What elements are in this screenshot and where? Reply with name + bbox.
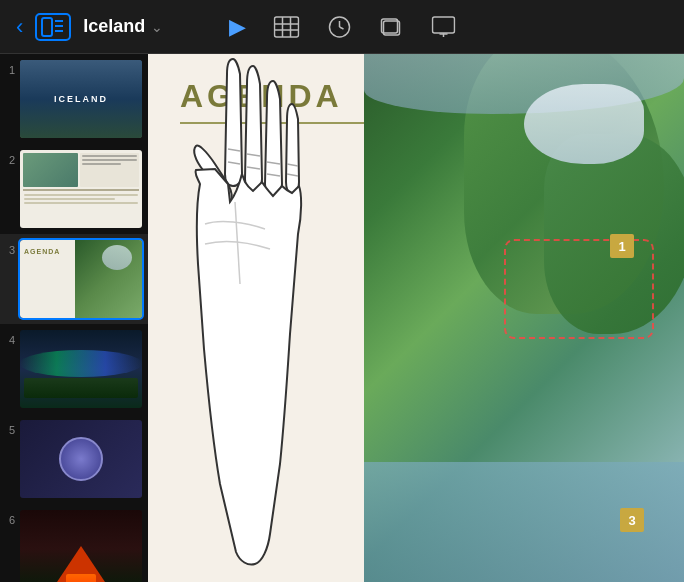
map-area: 1 3: [364, 54, 684, 582]
slide-thumbnail-1: ICELAND: [20, 60, 142, 138]
svg-line-11: [340, 27, 344, 29]
title-area[interactable]: Iceland ⌄: [83, 16, 163, 37]
agenda-title: AGENDA: [180, 78, 343, 115]
toolbar: ‹ Iceland ⌄ ▶: [0, 0, 684, 54]
map-snow: [524, 84, 644, 164]
svg-rect-0: [42, 18, 52, 36]
toolbar-center: ▶: [229, 14, 456, 40]
map-label-3: 3: [620, 508, 644, 532]
play-button[interactable]: ▶: [229, 14, 246, 40]
slide-item-2[interactable]: 2: [0, 144, 148, 234]
slide-number-1: 1: [4, 64, 20, 76]
map-label-1: 1: [610, 234, 634, 258]
slide-item-3[interactable]: 3 AGENDA: [0, 234, 148, 324]
slide-number-2: 2: [4, 154, 20, 166]
slide-thumbnail-3: AGENDA: [20, 240, 142, 318]
slide-number-5: 5: [4, 424, 20, 436]
slide-panel: 1 ICELAND 2 3: [0, 54, 148, 582]
layers-icon[interactable]: [380, 15, 404, 39]
slide-item-4[interactable]: 4: [0, 324, 148, 414]
view-toggle-button[interactable]: [35, 13, 71, 41]
slide-thumbnail-4: [20, 330, 142, 408]
main-content: AGENDA 1 3: [148, 54, 684, 582]
slide-thumbnail-6: [20, 510, 142, 582]
slide-number-4: 4: [4, 334, 20, 346]
slide-thumbnail-5: [20, 420, 142, 498]
title-chevron: ⌄: [151, 19, 163, 35]
agenda-slide: AGENDA 1 3: [148, 54, 684, 582]
slide-number-3: 3: [4, 244, 20, 256]
clock-icon[interactable]: [328, 15, 352, 39]
slide-item-5[interactable]: 5: [0, 414, 148, 504]
svg-rect-14: [433, 17, 455, 33]
slide-thumbnail-2: [20, 150, 142, 228]
presentation-title: Iceland: [83, 16, 145, 37]
slide-item-6[interactable]: 6: [0, 504, 148, 582]
svg-rect-4: [275, 17, 299, 37]
screen-icon[interactable]: [432, 16, 456, 38]
back-button[interactable]: ‹: [16, 14, 23, 40]
slide-number-6: 6: [4, 514, 20, 526]
slide-item-1[interactable]: 1 ICELAND: [0, 54, 148, 144]
table-icon[interactable]: [274, 16, 300, 38]
